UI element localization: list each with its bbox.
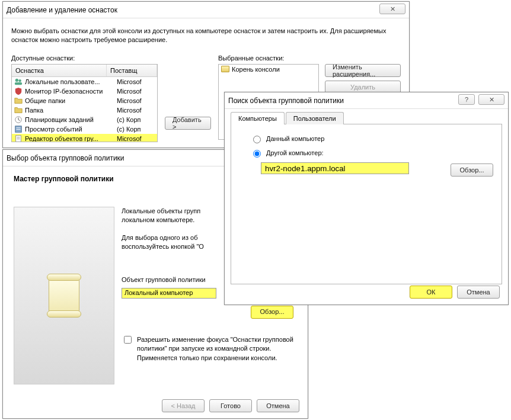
snapin-name: Локальные пользовате... [25, 78, 117, 85]
snapin-rows: Локальные пользовате...MicrosofМонитор I… [12, 77, 157, 142]
computer-name-input[interactable] [261, 162, 409, 174]
titlebar[interactable]: Добавление и удаление оснасток ✕ [3, 2, 409, 18]
find-gp-object-window: Поиск объекта групповой политики ? ✕ Ком… [224, 92, 509, 305]
list-header: Оснастка Поставщ [12, 65, 157, 77]
snapin-vendor: Microsof [117, 107, 142, 114]
svg-rect-2 [15, 82, 22, 85]
snapin-name: Папка [25, 107, 117, 114]
snapin-vendor: Microsof [117, 88, 142, 95]
finish-button[interactable]: Готово [209, 399, 252, 412]
svg-point-0 [15, 79, 18, 82]
snapin-row[interactable]: Монитор IP-безопасностиMicrosof [12, 86, 157, 96]
snapin-vendor: Microsof [117, 78, 142, 85]
gp-object-input[interactable]: Локальный компьютер [122, 288, 216, 299]
ok-button[interactable]: ОК [410, 286, 452, 299]
snapin-name: Планировщик заданий [25, 116, 117, 123]
checkbox-label: Разрешить изменение фокуса "Оснастки гру… [137, 335, 297, 363]
users-icon [14, 78, 23, 86]
help-icon: ? [465, 96, 468, 103]
help-button[interactable]: ? [458, 94, 475, 105]
folder-icon [221, 66, 229, 72]
snapin-name: Просмотр событий [25, 126, 117, 133]
available-snapins-list[interactable]: Оснастка Поставщ Локальные пользовате...… [11, 64, 158, 142]
folder-icon [14, 106, 23, 114]
snapin-row[interactable]: Локальные пользовате...Microsof [12, 77, 157, 86]
snapin-row[interactable]: Планировщик заданий(c) Корп [12, 115, 157, 124]
snapin-vendor: (c) Корп [117, 126, 140, 133]
col-snapin[interactable]: Оснастка [12, 65, 107, 76]
wizard-image [14, 207, 114, 384]
tabs: Компьютеры Пользователи [231, 111, 502, 124]
allow-focus-checkbox[interactable] [124, 336, 132, 344]
tab-users[interactable]: Пользователи [286, 112, 344, 124]
edit-extensions-button[interactable]: Изменить расширения... [325, 64, 401, 77]
add-button[interactable]: Добавить > [165, 117, 211, 130]
clock-icon [14, 116, 23, 124]
close-icon: ✕ [390, 5, 395, 13]
policy-icon [14, 134, 23, 142]
tab-computers[interactable]: Компьютеры [231, 112, 285, 124]
snapin-row[interactable]: Редактор объектов гру...Microsof [12, 134, 157, 142]
svg-rect-5 [17, 127, 21, 128]
console-root-item[interactable]: Корень консоли [221, 66, 316, 73]
radio-this-computer[interactable] [253, 136, 261, 143]
selected-label: Выбранные оснастки: [218, 54, 401, 62]
svg-rect-6 [17, 129, 21, 130]
window-title: Добавление и удаление оснасток [7, 6, 117, 14]
snapin-row[interactable]: Просмотр событий(c) Корп [12, 124, 157, 134]
shield-icon [14, 87, 23, 95]
col-vendor[interactable]: Поставщ [107, 65, 157, 76]
console-root-label: Корень консоли [232, 66, 280, 73]
cancel-button[interactable]: Отмена [457, 286, 500, 299]
close-button[interactable]: ✕ [478, 94, 504, 105]
available-label: Доступные оснастки: [11, 54, 158, 62]
snapin-name: Монитор IP-безопасности [25, 88, 117, 95]
tab-body: Данный компьютер Другой компьютер: Обзор… [231, 124, 502, 284]
window-title: Поиск объекта групповой политики [228, 97, 344, 105]
close-button[interactable]: ✕ [379, 4, 405, 14]
intro-text: Можно выбрать оснастки для этой консоли … [11, 27, 401, 45]
svg-rect-9 [17, 139, 20, 139]
snapin-row[interactable]: ПапкаMicrosof [12, 105, 157, 115]
svg-rect-8 [17, 137, 20, 137]
browse-button[interactable]: Обзор... [251, 306, 293, 319]
snapin-vendor: (c) Корп [117, 116, 140, 123]
window-title: Выбор объекта групповой политики [7, 154, 124, 162]
scroll-icon [49, 277, 79, 315]
cancel-button[interactable]: Отмена [257, 399, 299, 412]
back-button[interactable]: < Назад [162, 399, 205, 412]
radio-other-computer[interactable] [253, 150, 261, 158]
event-icon [14, 125, 23, 133]
close-icon: ✕ [489, 96, 494, 104]
titlebar[interactable]: Поиск объекта групповой политики ? ✕ [225, 92, 508, 109]
radio-other-label: Другой компьютер: [266, 149, 324, 156]
snapin-vendor: Microsof [117, 135, 142, 142]
snapin-vendor: Microsof [117, 97, 142, 104]
svg-point-1 [18, 79, 21, 82]
snapin-row[interactable]: Общие папкиMicrosof [12, 96, 157, 105]
browse-button[interactable]: Обзор... [451, 163, 493, 177]
snapin-name: Редактор объектов гру... [25, 135, 117, 142]
snapin-name: Общие папки [25, 97, 117, 104]
radio-this-label: Данный компьютер [266, 135, 324, 142]
folder-icon [14, 97, 23, 105]
